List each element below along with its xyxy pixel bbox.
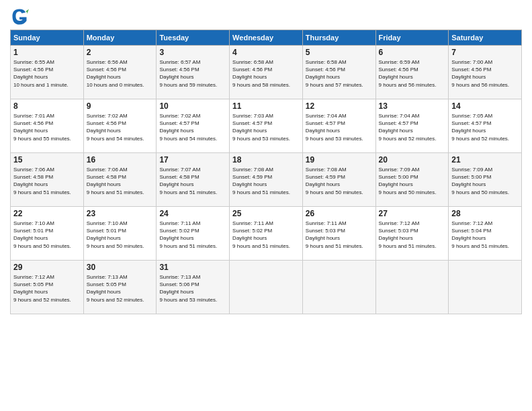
day-info: Sunrise: 7:05 AM Sunset: 4:57 PM Dayligh… — [451, 112, 519, 142]
calendar-week-row: 15 Sunrise: 7:06 AM Sunset: 4:58 PM Dayl… — [11, 153, 522, 207]
day-number: 14 — [451, 101, 519, 111]
column-header-tuesday: Tuesday — [157, 30, 230, 46]
day-number: 20 — [379, 155, 446, 165]
calendar-cell: 17 Sunrise: 7:07 AM Sunset: 4:58 PM Dayl… — [157, 153, 230, 207]
column-header-friday: Friday — [375, 30, 449, 46]
calendar-cell: 28 Sunrise: 7:12 AM Sunset: 5:04 PM Dayl… — [449, 207, 522, 261]
day-info: Sunrise: 6:58 AM Sunset: 4:56 PM Dayligh… — [232, 58, 300, 89]
calendar-cell: 18 Sunrise: 7:08 AM Sunset: 4:59 PM Dayl… — [230, 153, 303, 207]
calendar-cell: 11 Sunrise: 7:03 AM Sunset: 4:57 PM Dayl… — [230, 99, 303, 153]
calendar-cell: 21 Sunrise: 7:09 AM Sunset: 5:00 PM Dayl… — [449, 153, 522, 207]
calendar-cell: 29 Sunrise: 7:12 AM Sunset: 5:05 PM Dayl… — [11, 261, 84, 314]
calendar-cell: 16 Sunrise: 7:06 AM Sunset: 4:58 PM Dayl… — [83, 153, 157, 207]
calendar-cell: 24 Sunrise: 7:11 AM Sunset: 5:02 PM Dayl… — [157, 207, 230, 261]
calendar-cell: 31 Sunrise: 7:13 AM Sunset: 5:06 PM Dayl… — [157, 261, 230, 314]
day-info: Sunrise: 7:07 AM Sunset: 4:58 PM Dayligh… — [159, 166, 226, 196]
logo — [10, 7, 32, 26]
calendar-cell: 14 Sunrise: 7:05 AM Sunset: 4:57 PM Dayl… — [449, 99, 522, 153]
day-info: Sunrise: 7:04 AM Sunset: 4:57 PM Dayligh… — [379, 112, 446, 142]
day-info: Sunrise: 7:11 AM Sunset: 5:02 PM Dayligh… — [232, 220, 300, 250]
day-number: 10 — [159, 101, 226, 111]
day-info: Sunrise: 6:57 AM Sunset: 4:56 PM Dayligh… — [159, 58, 226, 89]
calendar-cell: 22 Sunrise: 7:10 AM Sunset: 5:01 PM Dayl… — [11, 207, 84, 261]
day-info: Sunrise: 7:00 AM Sunset: 4:56 PM Dayligh… — [451, 58, 519, 89]
calendar-cell: 25 Sunrise: 7:11 AM Sunset: 5:02 PM Dayl… — [230, 207, 303, 261]
calendar-cell: 26 Sunrise: 7:11 AM Sunset: 5:03 PM Dayl… — [302, 207, 375, 261]
day-number: 5 — [306, 48, 373, 57]
day-info: Sunrise: 7:06 AM Sunset: 4:58 PM Dayligh… — [87, 166, 154, 196]
calendar-week-row: 1 Sunrise: 6:55 AM Sunset: 4:56 PM Dayli… — [11, 46, 522, 99]
calendar-cell: 10 Sunrise: 7:02 AM Sunset: 4:57 PM Dayl… — [157, 99, 230, 153]
calendar-cell: 2 Sunrise: 6:56 AM Sunset: 4:56 PM Dayli… — [83, 46, 157, 99]
page-header — [10, 7, 522, 26]
calendar-cell — [449, 261, 522, 314]
calendar-cell: 5 Sunrise: 6:58 AM Sunset: 4:56 PM Dayli… — [302, 46, 375, 99]
day-info: Sunrise: 7:04 AM Sunset: 4:57 PM Dayligh… — [306, 112, 373, 142]
day-info: Sunrise: 7:13 AM Sunset: 5:05 PM Dayligh… — [87, 273, 154, 304]
day-number: 26 — [306, 209, 373, 218]
calendar-cell: 15 Sunrise: 7:06 AM Sunset: 4:58 PM Dayl… — [11, 153, 84, 207]
day-number: 18 — [232, 155, 300, 165]
logo-icon — [10, 7, 29, 26]
day-info: Sunrise: 7:12 AM Sunset: 5:05 PM Dayligh… — [13, 273, 81, 304]
day-info: Sunrise: 7:10 AM Sunset: 5:01 PM Dayligh… — [13, 220, 81, 250]
day-info: Sunrise: 7:06 AM Sunset: 4:58 PM Dayligh… — [13, 166, 81, 196]
column-header-sunday: Sunday — [11, 30, 84, 46]
day-number: 19 — [306, 155, 373, 165]
day-number: 25 — [232, 209, 300, 218]
calendar-cell: 7 Sunrise: 7:00 AM Sunset: 4:56 PM Dayli… — [449, 46, 522, 99]
day-info: Sunrise: 7:02 AM Sunset: 4:56 PM Dayligh… — [87, 112, 154, 142]
day-number: 17 — [159, 155, 226, 165]
day-number: 8 — [13, 101, 81, 111]
day-info: Sunrise: 7:11 AM Sunset: 5:02 PM Dayligh… — [159, 220, 226, 250]
day-info: Sunrise: 7:09 AM Sunset: 5:00 PM Dayligh… — [451, 166, 519, 196]
day-info: Sunrise: 6:56 AM Sunset: 4:56 PM Dayligh… — [87, 58, 154, 89]
day-number: 7 — [451, 48, 519, 57]
calendar-cell: 20 Sunrise: 7:09 AM Sunset: 5:00 PM Dayl… — [375, 153, 449, 207]
calendar-header-row: SundayMondayTuesdayWednesdayThursdayFrid… — [11, 30, 522, 46]
calendar-cell: 19 Sunrise: 7:08 AM Sunset: 4:59 PM Dayl… — [302, 153, 375, 207]
day-number: 24 — [159, 209, 226, 218]
day-info: Sunrise: 7:02 AM Sunset: 4:57 PM Dayligh… — [159, 112, 226, 142]
calendar-cell: 8 Sunrise: 7:01 AM Sunset: 4:56 PM Dayli… — [11, 99, 84, 153]
day-info: Sunrise: 7:03 AM Sunset: 4:57 PM Dayligh… — [232, 112, 300, 142]
day-info: Sunrise: 7:11 AM Sunset: 5:03 PM Dayligh… — [306, 220, 373, 250]
day-number: 30 — [87, 263, 154, 272]
day-number: 15 — [13, 155, 81, 165]
day-number: 22 — [13, 209, 81, 218]
day-number: 21 — [451, 155, 519, 165]
calendar-cell: 1 Sunrise: 6:55 AM Sunset: 4:56 PM Dayli… — [11, 46, 84, 99]
day-number: 23 — [87, 209, 154, 218]
calendar-cell: 30 Sunrise: 7:13 AM Sunset: 5:05 PM Dayl… — [83, 261, 157, 314]
calendar-week-row: 8 Sunrise: 7:01 AM Sunset: 4:56 PM Dayli… — [11, 99, 522, 153]
calendar-week-row: 29 Sunrise: 7:12 AM Sunset: 5:05 PM Dayl… — [11, 261, 522, 314]
calendar-cell — [375, 261, 449, 314]
day-number: 4 — [232, 48, 300, 57]
calendar-table: SundayMondayTuesdayWednesdayThursdayFrid… — [10, 30, 522, 314]
column-header-thursday: Thursday — [302, 30, 375, 46]
column-header-wednesday: Wednesday — [230, 30, 303, 46]
calendar-cell: 4 Sunrise: 6:58 AM Sunset: 4:56 PM Dayli… — [230, 46, 303, 99]
day-info: Sunrise: 7:08 AM Sunset: 4:59 PM Dayligh… — [232, 166, 300, 196]
day-info: Sunrise: 6:59 AM Sunset: 4:56 PM Dayligh… — [379, 58, 446, 89]
calendar-cell: 13 Sunrise: 7:04 AM Sunset: 4:57 PM Dayl… — [375, 99, 449, 153]
day-info: Sunrise: 7:12 AM Sunset: 5:03 PM Dayligh… — [379, 220, 446, 250]
day-info: Sunrise: 7:13 AM Sunset: 5:06 PM Dayligh… — [159, 273, 226, 304]
day-number: 6 — [379, 48, 446, 57]
day-number: 28 — [451, 209, 519, 218]
day-number: 1 — [13, 48, 81, 57]
calendar-week-row: 22 Sunrise: 7:10 AM Sunset: 5:01 PM Dayl… — [11, 207, 522, 261]
day-number: 31 — [159, 263, 226, 272]
calendar-cell: 23 Sunrise: 7:10 AM Sunset: 5:01 PM Dayl… — [83, 207, 157, 261]
day-number: 11 — [232, 101, 300, 111]
calendar-cell: 9 Sunrise: 7:02 AM Sunset: 4:56 PM Dayli… — [83, 99, 157, 153]
day-number: 9 — [87, 101, 154, 111]
day-info: Sunrise: 7:12 AM Sunset: 5:04 PM Dayligh… — [451, 220, 519, 250]
day-number: 13 — [379, 101, 446, 111]
day-info: Sunrise: 7:10 AM Sunset: 5:01 PM Dayligh… — [87, 220, 154, 250]
calendar-cell — [230, 261, 303, 314]
day-info: Sunrise: 7:01 AM Sunset: 4:56 PM Dayligh… — [13, 112, 81, 142]
calendar-cell: 27 Sunrise: 7:12 AM Sunset: 5:03 PM Dayl… — [375, 207, 449, 261]
day-number: 3 — [159, 48, 226, 57]
calendar-cell: 12 Sunrise: 7:04 AM Sunset: 4:57 PM Dayl… — [302, 99, 375, 153]
